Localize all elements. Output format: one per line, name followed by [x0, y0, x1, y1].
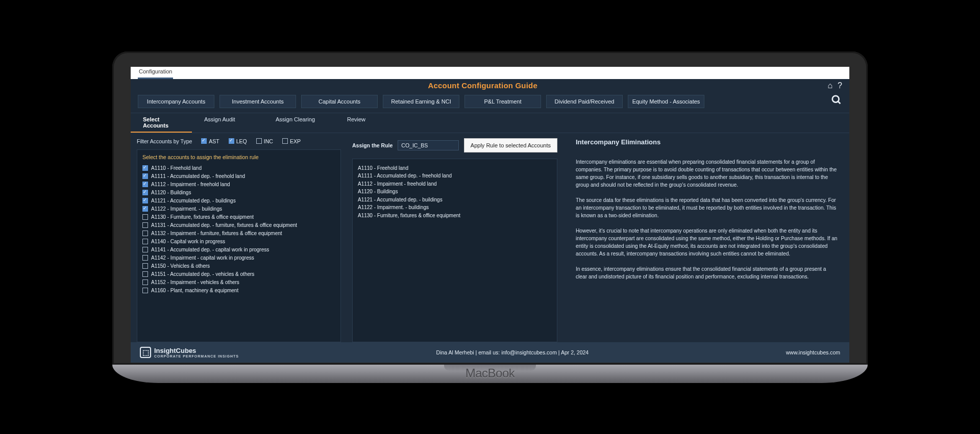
checkbox-icon[interactable] [142, 247, 148, 252]
sub-tab-review[interactable]: Review [335, 113, 406, 133]
selected-account-line: A1111 - Accumulated dep. - freehold land [358, 172, 552, 180]
selected-account-line: A1122 - Impairment. - buildings [358, 203, 552, 212]
filter-type-exp[interactable]: EXP [282, 138, 301, 144]
account-row[interactable]: A1121 - Accumulated dep. - buildings [142, 197, 335, 205]
assign-rule-row: Assign the Rule Apply Rule to selected A… [352, 138, 557, 152]
account-row[interactable]: A1130 - Furniture, fixtures & office equ… [142, 213, 335, 221]
filter-type-leq[interactable]: LEQ [229, 138, 247, 144]
checkbox-icon[interactable] [142, 239, 148, 244]
footer-logo: ⬚ InsightCubes CORPORATE PERFORMANCE INS… [140, 347, 239, 358]
account-label: A1130 - Furniture, fixtures & office equ… [151, 214, 254, 220]
account-label: A1112 - Impairment - freehold land [151, 182, 230, 187]
filter-label: Filter Accounts by Type [137, 138, 192, 144]
rule-input[interactable] [398, 140, 458, 150]
account-label: A1140 - Capital work in progress [151, 239, 225, 244]
account-row[interactable]: A1150 - Vehicles & others [142, 262, 335, 270]
account-label: A1141 - Accumulated dep. - capital work … [151, 247, 269, 252]
accounts-panel: Select the accounts to assign the elimin… [137, 149, 341, 342]
account-label: A1122 - Impairment. - buildings [151, 206, 222, 212]
workspace: Filter Accounts by Type AST LEQ INC EXP … [131, 133, 849, 347]
page-title: Account Configuration Guide [138, 81, 827, 90]
account-row[interactable]: A1111 - Accumulated dep. - freehold land [142, 172, 335, 181]
main-tab-5[interactable]: Dividend Paid/Received [546, 95, 623, 108]
account-row[interactable]: A1151 - Accumulated dep. - vehicles & ot… [142, 270, 335, 278]
filter-type-inc[interactable]: INC [256, 138, 273, 144]
account-label: A1131 - Accumulated dep. - furniture, fi… [151, 222, 297, 228]
assign-rule-label: Assign the Rule [352, 142, 393, 148]
sub-tab-assign-audit[interactable]: Assign Audit [192, 113, 263, 133]
account-row[interactable]: A1131 - Accumulated dep. - furniture, fi… [142, 221, 335, 229]
checkbox-icon[interactable] [142, 222, 148, 228]
accounts-panel-header: Select the accounts to assign the elimin… [137, 150, 340, 164]
account-row[interactable]: A1110 - Freehold land [142, 164, 335, 172]
account-row[interactable]: A1132 - Impairment - furniture, fixtures… [142, 229, 335, 238]
info-paragraph: Intercompany eliminations are essential … [576, 158, 838, 189]
main-tab-1[interactable]: Investment Accounts [219, 95, 296, 108]
checkbox-icon[interactable] [142, 198, 148, 203]
laptop-base: MacBook [112, 365, 868, 383]
account-row[interactable]: A1140 - Capital work in progress [142, 238, 335, 246]
account-row[interactable]: A1142 - Impairment - capital work in pro… [142, 254, 335, 262]
info-column: Intercompany Eliminations Intercompany e… [565, 133, 849, 347]
filter-row: Filter Accounts by Type AST LEQ INC EXP [137, 138, 341, 144]
home-icon[interactable]: ⌂ [827, 81, 832, 90]
main-tab-4[interactable]: P&L Treatment [464, 95, 541, 108]
left-column: Filter Accounts by Type AST LEQ INC EXP … [131, 133, 345, 347]
help-icon[interactable]: ? [838, 81, 842, 90]
title-bar: Account Configuration Guide ⌂ ? [131, 79, 849, 90]
selected-account-line: A1110 - Freehold land [358, 164, 552, 172]
checkbox-icon[interactable] [142, 263, 148, 269]
main-tab-3[interactable]: Retained Earning & NCI [383, 95, 459, 108]
account-row[interactable]: A1122 - Impairment. - buildings [142, 205, 335, 213]
checkbox-icon[interactable] [142, 182, 148, 187]
brand-name: InsightCubes [154, 347, 196, 354]
account-label: A1110 - Freehold land [151, 165, 202, 171]
laptop-mockup: Configuration Account Configuration Guid… [112, 52, 868, 383]
checkbox-icon[interactable] [142, 190, 148, 195]
main-tab-6[interactable]: Equity Method - Associates [628, 95, 704, 108]
account-row[interactable]: A1160 - Plant, machinery & equipment [142, 287, 335, 295]
account-row[interactable]: A1120 - Buildings [142, 189, 335, 197]
main-tab-row: Intercompany AccountsInvestment Accounts… [131, 90, 849, 113]
main-tab-0[interactable]: Intercompany Accounts [138, 95, 214, 108]
footer-mid-text: Dina Al Merhebi | email us: info@insight… [239, 349, 786, 355]
selected-account-line: A1130 - Furniture, fixtures & office equ… [358, 212, 552, 220]
checkbox-icon[interactable] [142, 279, 148, 285]
topbar-tab-configuration[interactable]: Configuration [138, 67, 173, 79]
account-row[interactable]: A1152 - Impairment - vehicles & others [142, 278, 335, 287]
account-label: A1111 - Accumulated dep. - freehold land [151, 173, 245, 179]
logo-badge-icon: ⬚ [140, 347, 151, 358]
sub-tab-row: Select AccountsAssign AuditAssign Cleari… [131, 113, 849, 133]
selected-account-line: A1121 - Accumulated dep. - buildings [358, 196, 552, 204]
footer: ⬚ InsightCubes CORPORATE PERFORMANCE INS… [131, 342, 849, 363]
checkbox-icon[interactable] [142, 165, 148, 171]
account-row[interactable]: A1112 - Impairment - freehold land [142, 181, 335, 189]
checkbox-icon[interactable] [142, 173, 148, 179]
filter-type-ast[interactable]: AST [201, 138, 219, 144]
checkbox-icon[interactable] [142, 206, 148, 212]
selected-account-line: A1112 - Impairment - freehold land [358, 180, 552, 188]
info-paragraph: The source data for these eliminations i… [576, 196, 838, 220]
info-paragraph: However, it's crucial to note that inter… [576, 227, 838, 258]
screen-bezel: Configuration Account Configuration Guid… [112, 52, 868, 365]
middle-column: Assign the Rule Apply Rule to selected A… [345, 133, 565, 347]
svg-point-0 [832, 95, 839, 102]
account-row[interactable]: A1141 - Accumulated dep. - capital work … [142, 246, 335, 254]
sub-tab-assign-clearing[interactable]: Assign Clearing [263, 113, 335, 133]
accounts-list[interactable]: A1110 - Freehold landA1111 - Accumulated… [137, 164, 340, 342]
checkbox-icon[interactable] [142, 288, 148, 293]
selected-accounts-panel: A1110 - Freehold landA1111 - Accumulated… [352, 159, 557, 342]
checkbox-icon[interactable] [142, 214, 148, 220]
apply-rule-button[interactable]: Apply Rule to selected Accounts [464, 138, 557, 152]
checkbox-icon[interactable] [142, 255, 148, 261]
top-app-bar: Configuration [131, 67, 849, 79]
macbook-label: MacBook [465, 366, 515, 380]
main-tab-2[interactable]: Capital Accounts [301, 95, 378, 108]
svg-line-1 [838, 101, 841, 104]
account-label: A1121 - Accumulated dep. - buildings [151, 198, 236, 203]
sub-tab-select-accounts[interactable]: Select Accounts [131, 113, 192, 133]
footer-url: www.insightcubes.com [786, 349, 840, 355]
search-icon[interactable] [831, 94, 842, 109]
checkbox-icon[interactable] [142, 231, 148, 236]
checkbox-icon[interactable] [142, 271, 148, 277]
